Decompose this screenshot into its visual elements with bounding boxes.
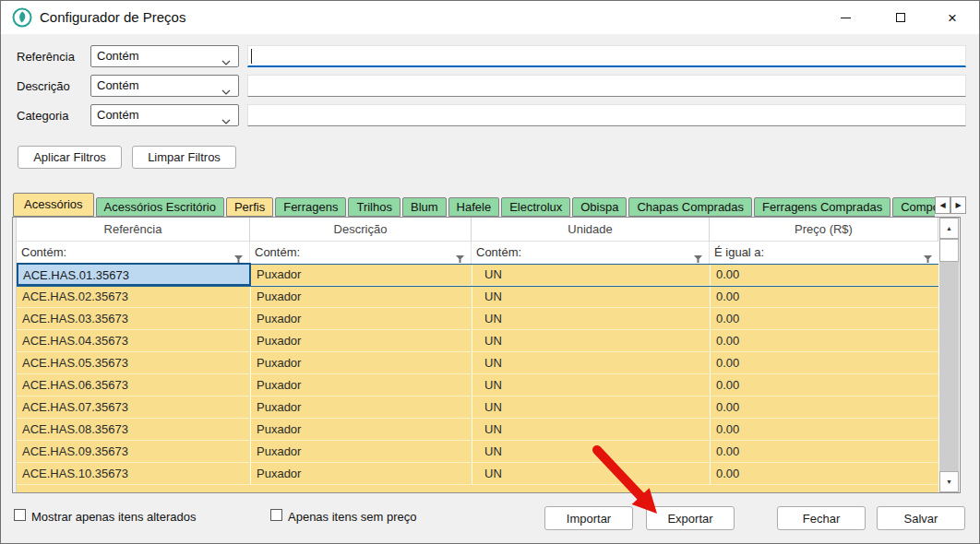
description-label: Descrição [17, 79, 70, 93]
cell-unidade[interactable]: UN [472, 374, 710, 396]
tab-ferragens-compradas[interactable]: Ferragens Compradas [754, 197, 890, 217]
column-header-preco[interactable]: Preço (R$) [710, 218, 938, 242]
apply-filters-button[interactable]: Aplicar Filtros [18, 146, 122, 169]
cell-descricao[interactable]: Puxador [250, 419, 472, 440]
cell-preco[interactable]: 0.00 [710, 352, 938, 373]
cell-preco[interactable]: 0.00 [710, 396, 938, 418]
description-operator-select[interactable]: Contém [90, 75, 239, 97]
category-operator-select[interactable]: Contém [90, 104, 239, 126]
maximize-button[interactable] [879, 1, 922, 34]
only-without-price-checkbox[interactable] [270, 509, 282, 521]
cell-preco[interactable]: 0.00 [710, 308, 938, 329]
column-header-unidade[interactable]: Unidade [472, 218, 710, 242]
cell-descricao[interactable]: Puxador [250, 264, 472, 285]
table-row[interactable]: ACE.HAS.09.35673 Puxador UN 0.00 [17, 441, 938, 463]
import-button[interactable]: Importar [544, 506, 633, 530]
cell-unidade[interactable]: UN [472, 330, 710, 351]
cell-unidade[interactable]: UN [472, 286, 710, 307]
cell-preco[interactable]: 0.00 [710, 264, 938, 285]
filter-cell-preco[interactable]: É igual a: [710, 242, 938, 264]
tab-blum[interactable]: Blum [402, 197, 447, 217]
show-only-changed-checkbox[interactable] [14, 509, 26, 521]
cell-descricao[interactable]: Puxador [250, 308, 472, 329]
category-label: Categoria [17, 109, 68, 123]
filter-cell-descricao[interactable]: Contém: [250, 242, 472, 264]
table-row[interactable]: ACE.HAS.08.35673 Puxador UN 0.00 [17, 419, 938, 441]
table-row[interactable]: ACE.HAS.10.35673 Puxador UN 0.00 [17, 463, 938, 485]
cell-referencia[interactable]: ACE.HAS.06.35673 [17, 374, 250, 396]
tab-acessorios[interactable]: Acessórios [13, 193, 94, 217]
cell-unidade[interactable]: UN [472, 352, 710, 373]
cell-referencia[interactable]: ACE.HAS.04.35673 [17, 330, 250, 351]
clear-filters-button[interactable]: Limpar Filtros [132, 146, 236, 169]
filter-cell-unidade[interactable]: Contém: [472, 242, 710, 264]
window-title: Configurador de Preços [40, 9, 185, 25]
cell-referencia[interactable]: ACE.HAS.03.35673 [17, 308, 250, 329]
cell-descricao[interactable]: Puxador [250, 396, 472, 418]
selected-cell[interactable]: ACE.HAS.01.35673 [17, 263, 251, 286]
category-input[interactable] [247, 104, 966, 126]
tab-chapas-compradas[interactable]: Chapas Compradas [628, 197, 752, 217]
cell-preco[interactable]: 0.00 [710, 463, 938, 484]
cell-descricao[interactable]: Puxador [250, 352, 472, 373]
cell-preco[interactable]: 0.00 [710, 330, 938, 351]
minimize-button[interactable] [824, 1, 866, 34]
tab-ferragens[interactable]: Ferragens [275, 197, 346, 217]
close-button[interactable]: × [931, 1, 974, 34]
chevron-down-icon [221, 54, 231, 68]
column-header-descricao[interactable]: Descrição [250, 218, 472, 242]
tab-hafele[interactable]: Hafele [448, 197, 500, 217]
cell-unidade[interactable]: UN [472, 419, 710, 440]
cell-preco[interactable]: 0.00 [710, 441, 938, 462]
save-button[interactable]: Salvar [877, 506, 965, 530]
filter-cell-referencia[interactable]: Contém: [17, 242, 250, 264]
cell-referencia[interactable]: ACE.HAS.10.35673 [17, 463, 250, 484]
table-row[interactable]: ACE.HAS.02.35673 Puxador UN 0.00 [17, 286, 938, 308]
cell-referencia[interactable]: ACE.HAS.07.35673 [17, 396, 250, 418]
table-row[interactable]: ACE.HAS.01.35673 Puxador UN 0.00 [17, 264, 938, 286]
reference-operator-select[interactable]: Contém [90, 45, 239, 67]
tab-obispa[interactable]: Obispa [572, 197, 627, 217]
tab-scroll-right-button[interactable]: ▶ [950, 196, 966, 214]
cell-descricao[interactable]: Puxador [250, 286, 472, 307]
close-window-button[interactable]: Fechar [777, 506, 866, 530]
export-button[interactable]: Exportar [646, 506, 735, 530]
cell-referencia[interactable]: ACE.HAS.08.35673 [17, 419, 250, 440]
cell-unidade[interactable]: UN [472, 463, 710, 484]
tab-acessorios-escritorio[interactable]: Acessórios Escritório [96, 197, 224, 217]
table-row[interactable]: ACE.HAS.04.35673 Puxador UN 0.00 [17, 330, 938, 352]
price-configurator-window: Configurador de Preços × Referência Cont… [0, 0, 980, 544]
cell-unidade[interactable]: UN [472, 441, 710, 462]
cell-unidade[interactable]: UN [472, 308, 710, 329]
scroll-down-button[interactable]: ▼ [939, 471, 959, 492]
cell-referencia[interactable]: ACE.HAS.05.35673 [17, 352, 250, 373]
maximize-icon [896, 13, 905, 22]
scroll-up-button[interactable]: ▲ [939, 218, 959, 239]
cell-descricao[interactable]: Puxador [250, 441, 472, 462]
cell-preco[interactable]: 0.00 [710, 419, 938, 440]
cell-preco[interactable]: 0.00 [710, 286, 938, 307]
filter-text: Contém: [21, 245, 66, 259]
table-row[interactable]: ACE.HAS.06.35673 Puxador UN 0.00 [17, 374, 938, 396]
tab-electrolux[interactable]: Electrolux [501, 197, 570, 217]
cell-descricao[interactable]: Puxador [250, 374, 472, 396]
cell-unidade[interactable]: UN [472, 396, 710, 418]
cell-unidade[interactable]: UN [472, 264, 710, 285]
cell-referencia[interactable]: ACE.HAS.09.35673 [17, 441, 250, 462]
cell-descricao[interactable]: Puxador [250, 330, 472, 351]
cell-descricao[interactable]: Puxador [250, 463, 472, 484]
table-row[interactable]: ACE.HAS.05.35673 Puxador UN 0.00 [17, 352, 938, 374]
tab-perfis[interactable]: Perfis [226, 197, 273, 217]
description-input[interactable] [247, 75, 966, 97]
table-row[interactable]: ACE.HAS.03.35673 Puxador UN 0.00 [17, 308, 938, 330]
vertical-scrollbar[interactable]: ▲ ▼ [939, 218, 959, 492]
reference-input[interactable] [247, 45, 966, 67]
table-row[interactable]: ACE.HAS.07.35673 Puxador UN 0.00 [17, 396, 938, 419]
tab-trilhos[interactable]: Trilhos [348, 197, 400, 217]
tab-componentes[interactable]: Componentes [892, 197, 935, 217]
scrollbar-thumb[interactable] [939, 239, 959, 262]
cell-preco[interactable]: 0.00 [710, 374, 938, 396]
tab-scroll-left-button[interactable]: ◀ [935, 196, 950, 214]
column-header-referencia[interactable]: Referência [17, 218, 250, 242]
cell-referencia[interactable]: ACE.HAS.02.35673 [17, 286, 250, 307]
